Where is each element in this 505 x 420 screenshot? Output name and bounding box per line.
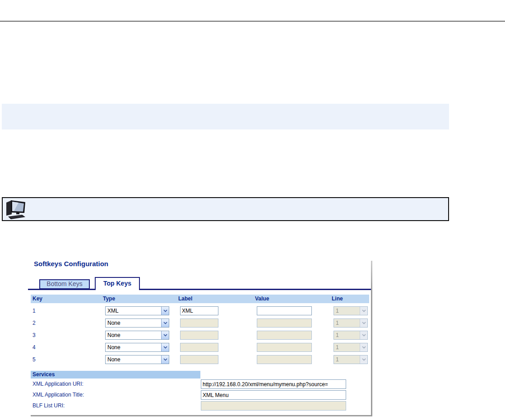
type-dropdown-value: None [106, 343, 161, 351]
label-input [180, 343, 218, 352]
label-input [180, 331, 218, 340]
key-number: 2 [32, 320, 36, 326]
line-dropdown-value: 1 [334, 307, 360, 315]
chevron-down-icon [360, 319, 367, 327]
blf-list-uri-label: BLF List URI: [32, 402, 65, 409]
value-input[interactable] [257, 306, 312, 315]
xml-application-title-input[interactable] [201, 390, 346, 400]
label-input[interactable] [180, 306, 218, 315]
chevron-down-icon[interactable] [161, 355, 169, 364]
type-dropdown[interactable]: None [105, 355, 169, 364]
table-row: 1 XML 1 [31, 306, 369, 316]
table-header-row: Key Type Label Value Line [31, 295, 369, 303]
top-rule [0, 21, 505, 22]
chevron-down-icon[interactable] [161, 319, 169, 327]
type-dropdown[interactable]: None [105, 331, 169, 340]
xml-application-uri-input[interactable] [201, 379, 346, 389]
services-section-header: Services [31, 371, 200, 378]
table-row: 4 None 1 [31, 343, 369, 352]
line-dropdown-value: 1 [334, 331, 360, 339]
value-input [257, 331, 312, 340]
line-dropdown: 1 [334, 331, 368, 340]
column-header-line: Line [332, 295, 343, 302]
xml-application-uri-label: XML Application URI: [32, 381, 83, 387]
form-row: XML Application Title: [31, 390, 369, 400]
computer-icon [5, 199, 28, 220]
chevron-down-icon [360, 307, 367, 315]
line-dropdown: 1 [334, 343, 368, 352]
value-input [257, 318, 312, 328]
key-number: 3 [32, 332, 36, 338]
note-box-with-icon [2, 197, 449, 221]
chevron-down-icon[interactable] [161, 343, 169, 351]
chevron-down-icon [360, 343, 367, 351]
column-header-value: Value [255, 295, 269, 302]
label-input [180, 355, 218, 364]
panel-shadow-right [371, 261, 372, 416]
blf-list-uri-input [201, 401, 346, 411]
chevron-down-icon [360, 331, 367, 339]
table-row: 3 None 1 [31, 331, 369, 340]
form-row: XML Application URI: [31, 379, 369, 389]
line-dropdown-value: 1 [334, 355, 360, 364]
panel-shadow-bottom [31, 415, 372, 416]
tab-underline [28, 289, 371, 290]
form-row: BLF List URI: [31, 401, 369, 411]
note-box [2, 104, 449, 129]
chevron-down-icon[interactable] [161, 331, 169, 339]
value-input [257, 355, 312, 364]
type-dropdown-value: None [106, 331, 161, 339]
chevron-down-icon [360, 355, 367, 364]
column-header-label: Label [178, 295, 192, 302]
page-title: Softkeys Configuration [34, 260, 108, 268]
column-header-type: Type [103, 295, 115, 302]
type-dropdown-value: XML [106, 307, 161, 315]
softkeys-configuration-screenshot: Softkeys Configuration Bottom Keys Top K… [28, 257, 373, 418]
type-dropdown-value: None [106, 355, 161, 364]
type-dropdown[interactable]: None [105, 318, 169, 328]
tab-top-keys[interactable]: Top Keys [95, 277, 140, 290]
line-dropdown: 1 [334, 306, 368, 315]
line-dropdown-value: 1 [334, 319, 360, 327]
tab-bottom-keys[interactable]: Bottom Keys [39, 279, 90, 289]
key-number: 4 [32, 344, 36, 351]
table-row: 2 None 1 [31, 318, 369, 328]
line-dropdown-value: 1 [334, 343, 360, 351]
document-page: Softkeys Configuration Bottom Keys Top K… [0, 0, 505, 420]
label-input [180, 318, 218, 328]
type-dropdown[interactable]: None [105, 343, 169, 352]
services-title: Services [32, 371, 55, 378]
type-dropdown[interactable]: XML [105, 306, 169, 315]
key-number: 1 [32, 308, 36, 314]
chevron-down-icon[interactable] [161, 307, 169, 315]
xml-application-title-label: XML Application Title: [32, 392, 84, 398]
key-number: 5 [32, 356, 36, 363]
line-dropdown: 1 [334, 355, 368, 364]
table-row: 5 None 1 [31, 355, 369, 365]
column-header-key: Key [32, 295, 42, 302]
value-input [257, 343, 312, 352]
type-dropdown-value: None [106, 319, 161, 327]
line-dropdown: 1 [334, 318, 368, 328]
